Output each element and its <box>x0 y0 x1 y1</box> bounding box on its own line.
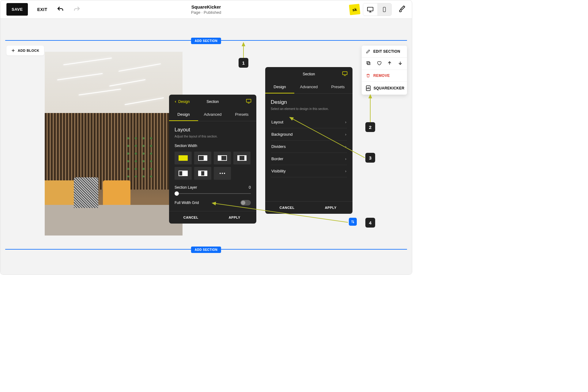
full-width-grid-label: Full Width Grid <box>175 201 199 205</box>
row-border[interactable]: Border› <box>271 153 347 165</box>
layout-heading: Layout <box>175 127 251 133</box>
svg-rect-5 <box>247 99 251 102</box>
tab-advanced[interactable]: Advanced <box>198 108 227 121</box>
row-visibility[interactable]: Visibility› <box>271 165 347 177</box>
tab-advanced[interactable]: Advanced <box>294 81 323 93</box>
page-subtitle: Page · Published <box>191 10 221 15</box>
design-cancel-button[interactable]: CANCEL <box>265 202 309 214</box>
annotation-marker-3: 3 <box>365 153 375 163</box>
edit-section-label: EDIT SECTION <box>373 49 400 54</box>
full-width-grid-toggle[interactable] <box>240 200 251 205</box>
layout-panel-header: Design Section <box>169 95 256 108</box>
right-tools: sk <box>349 3 406 16</box>
exit-button[interactable]: EXIT <box>37 7 47 12</box>
tab-presets[interactable]: Presets <box>227 108 256 121</box>
tab-presets[interactable]: Presets <box>323 81 352 93</box>
layout-apply-button[interactable]: APPLY <box>213 211 257 224</box>
section-layer-row: Section Layer 0 <box>175 185 251 190</box>
design-sub: Select an element to design in this sect… <box>271 107 347 111</box>
section-image <box>45 52 183 236</box>
tab-design[interactable]: Design <box>169 108 198 121</box>
layout-panel-tabs: Design Advanced Presets <box>169 108 256 121</box>
svg-rect-4 <box>343 72 347 75</box>
remove-section-button[interactable]: REMOVE <box>362 70 407 82</box>
layout-panel-title: Section <box>206 100 219 104</box>
section-layer-label: Section Layer <box>175 185 197 190</box>
context-actions-row <box>362 58 407 70</box>
full-width-grid-row: Full Width Grid <box>175 200 251 205</box>
svg-rect-1 <box>383 7 386 12</box>
section-width-options <box>175 152 251 180</box>
design-panel-footer: CANCEL APPLY <box>265 201 352 214</box>
styles-brush-icon[interactable] <box>398 5 406 14</box>
layout-cancel-button[interactable]: CANCEL <box>169 211 213 224</box>
annotation-marker-2: 2 <box>365 122 375 132</box>
layout-sub: Adjust the layout of this section. <box>175 135 251 138</box>
section-context-menu: EDIT SECTION REMOVE sk SQUAREKICKER <box>362 46 407 95</box>
section-layer-value: 0 <box>249 185 251 190</box>
sk-mini-icon: sk <box>366 85 371 91</box>
edit-section-button[interactable]: EDIT SECTION <box>362 46 407 58</box>
width-option-center[interactable] <box>233 152 251 164</box>
favorite-icon[interactable] <box>377 61 382 66</box>
svg-rect-2 <box>368 62 370 65</box>
device-toggle <box>363 3 392 16</box>
chevron-right-icon: › <box>345 169 346 173</box>
page-title: SquareKicker <box>191 4 221 9</box>
svg-rect-3 <box>367 62 369 64</box>
chevron-right-icon: › <box>345 144 346 149</box>
section-layer-slider[interactable] <box>175 193 251 194</box>
redo-button[interactable] <box>73 6 81 13</box>
chevron-right-icon: › <box>345 120 346 124</box>
reorder-handle-icon[interactable] <box>349 218 357 226</box>
tab-design[interactable]: Design <box>265 81 294 93</box>
top-toolbar: SAVE EXIT SquareKicker Page · Published … <box>0 0 412 19</box>
annotation-marker-4: 4 <box>365 218 375 228</box>
canvas-area: ADD SECTION ADD BLOCK ADD SECTION EDIT S… <box>0 19 412 274</box>
add-block-button[interactable]: ADD BLOCK <box>6 46 44 55</box>
annotation-marker-1: 1 <box>239 58 248 68</box>
desktop-indicator-icon[interactable] <box>246 98 251 105</box>
mobile-view-button[interactable] <box>377 3 391 16</box>
design-apply-button[interactable]: APPLY <box>309 202 353 214</box>
duplicate-icon[interactable] <box>366 61 371 66</box>
layout-panel-footer: CANCEL APPLY <box>169 211 256 224</box>
move-up-icon[interactable] <box>387 61 392 66</box>
layout-panel: Design Section Design Advanced Presets L… <box>169 95 256 224</box>
design-panel-body: Design Select an element to design in th… <box>265 94 352 201</box>
width-option-more[interactable] <box>214 167 231 180</box>
design-panel-title: Section <box>303 72 315 76</box>
squarekicker-button[interactable]: sk SQUAREKICKER <box>362 82 407 95</box>
layout-panel-body: Layout Adjust the layout of this section… <box>169 121 256 211</box>
save-button[interactable]: SAVE <box>6 3 28 16</box>
slider-thumb[interactable] <box>175 191 179 196</box>
width-option-narrow-left[interactable] <box>175 167 192 180</box>
layout-breadcrumb-back[interactable]: Design <box>174 100 190 104</box>
width-option-right[interactable] <box>214 152 231 164</box>
squarekicker-logo-icon[interactable]: sk <box>349 4 360 15</box>
design-panel-tabs: Design Advanced Presets <box>265 81 352 94</box>
design-heading: Design <box>271 99 347 105</box>
svg-rect-0 <box>368 7 373 11</box>
row-background[interactable]: Background› <box>271 128 347 141</box>
width-option-left[interactable] <box>194 152 211 164</box>
move-down-icon[interactable] <box>398 61 403 66</box>
chevron-right-icon: › <box>345 132 346 137</box>
add-section-bottom-button[interactable]: ADD SECTION <box>191 247 221 253</box>
desktop-view-button[interactable] <box>363 3 377 16</box>
remove-label: REMOVE <box>373 74 390 78</box>
add-block-label: ADD BLOCK <box>18 49 40 52</box>
row-dividers[interactable]: Dividers› <box>271 141 347 153</box>
design-panel: Section Design Advanced Presets Design S… <box>265 67 352 214</box>
undo-button[interactable] <box>57 6 64 13</box>
chevron-right-icon: › <box>345 156 346 161</box>
row-layout[interactable]: Layout› <box>271 116 347 128</box>
squarekicker-label: SQUAREKICKER <box>374 86 405 90</box>
width-option-full[interactable] <box>175 152 192 164</box>
section-width-label: Section Width <box>175 144 251 148</box>
desktop-indicator-icon[interactable] <box>342 71 348 77</box>
design-panel-header: Section <box>265 67 352 81</box>
add-section-top-button[interactable]: ADD SECTION <box>191 38 221 44</box>
width-option-narrow-center[interactable] <box>194 167 211 180</box>
page-title-area: SquareKicker Page · Published <box>191 4 221 15</box>
